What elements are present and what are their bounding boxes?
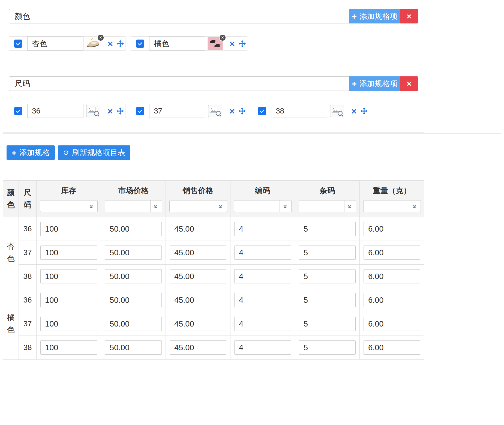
sale-price-input[interactable] bbox=[170, 246, 226, 260]
code-input[interactable] bbox=[234, 340, 291, 355]
barcode-input[interactable] bbox=[299, 222, 356, 236]
market-price-input[interactable] bbox=[105, 246, 162, 260]
spec-group-name-input[interactable] bbox=[9, 9, 349, 23]
batch-input-weight[interactable] bbox=[363, 200, 409, 212]
weight-input[interactable] bbox=[364, 317, 420, 331]
column-header-code-label: 编码 bbox=[234, 185, 292, 196]
market-price-input[interactable] bbox=[105, 340, 162, 355]
move-item-icon[interactable] bbox=[238, 40, 246, 48]
spec-items-row: × × × bbox=[9, 36, 418, 51]
move-item-icon[interactable] bbox=[116, 40, 124, 48]
delete-spec-group-button[interactable]: × bbox=[400, 9, 418, 23]
market-price-input[interactable] bbox=[105, 269, 162, 283]
refresh-spec-table-button[interactable]: 刷新规格项目表 bbox=[58, 145, 130, 160]
delete-item-icon[interactable]: × bbox=[107, 39, 113, 48]
batch-fill-sale-price-button[interactable]: » bbox=[215, 200, 227, 212]
weight-input[interactable] bbox=[364, 340, 420, 355]
delete-item-icon[interactable]: × bbox=[229, 106, 235, 116]
barcode-input[interactable] bbox=[299, 269, 356, 283]
batch-input-stock[interactable] bbox=[40, 200, 86, 212]
market-price-input[interactable] bbox=[105, 222, 162, 236]
market-price-input[interactable] bbox=[105, 293, 162, 307]
check-icon bbox=[259, 108, 265, 114]
batch-input-sale-price[interactable] bbox=[169, 200, 215, 212]
barcode-input[interactable] bbox=[299, 293, 356, 307]
spec-item-value-input[interactable] bbox=[271, 104, 327, 118]
barcode-input[interactable] bbox=[299, 340, 356, 355]
code-input[interactable] bbox=[234, 317, 291, 331]
spec-item-value-input[interactable] bbox=[149, 104, 205, 118]
spec-items-row: × × bbox=[9, 104, 418, 118]
code-input[interactable] bbox=[234, 222, 291, 236]
weight-input[interactable] bbox=[364, 269, 420, 283]
delete-item-icon[interactable]: × bbox=[229, 39, 235, 48]
delete-item-icon[interactable]: × bbox=[107, 106, 113, 116]
code-input[interactable] bbox=[234, 293, 291, 307]
batch-input-code[interactable] bbox=[234, 200, 280, 212]
stock-input[interactable] bbox=[40, 222, 97, 236]
add-spec-button[interactable]: + 添加规格 bbox=[7, 145, 55, 160]
weight-input[interactable] bbox=[364, 246, 420, 260]
weight-input[interactable] bbox=[364, 222, 420, 236]
spec-item-value-input[interactable] bbox=[27, 104, 83, 118]
sale-price-input[interactable] bbox=[170, 293, 226, 307]
spec-item-checkbox[interactable] bbox=[258, 107, 266, 115]
batch-fill-code-button[interactable]: » bbox=[280, 200, 292, 212]
checkbox-cell bbox=[131, 104, 149, 118]
market-price-input[interactable] bbox=[105, 317, 162, 331]
delete-spec-group-button[interactable]: × bbox=[400, 76, 418, 91]
batch-input-barcode[interactable] bbox=[299, 200, 344, 212]
image-placeholder-icon[interactable] bbox=[86, 105, 101, 117]
spec-item-image[interactable]: × bbox=[208, 37, 223, 50]
sale-price-input[interactable] bbox=[170, 222, 226, 236]
table-row: 橘色 36 bbox=[3, 288, 424, 312]
barcode-input[interactable] bbox=[299, 317, 356, 331]
move-item-icon[interactable] bbox=[116, 107, 124, 115]
check-icon bbox=[137, 41, 143, 46]
table-row: 37 bbox=[3, 312, 424, 336]
spec-item-size-37: × bbox=[131, 104, 247, 118]
stock-input[interactable] bbox=[40, 269, 97, 283]
batch-input-market-price[interactable] bbox=[105, 200, 151, 212]
sale-price-input[interactable] bbox=[170, 269, 226, 283]
weight-input[interactable] bbox=[364, 293, 420, 307]
double-chevron-down-icon: » bbox=[88, 205, 95, 208]
spec-item-orange: × × bbox=[131, 36, 247, 51]
batch-fill-market-price-button[interactable]: » bbox=[151, 200, 162, 212]
stock-input[interactable] bbox=[40, 246, 97, 260]
batch-fill-weight-button[interactable]: » bbox=[409, 200, 421, 212]
move-item-icon[interactable] bbox=[238, 107, 246, 115]
delete-item-icon[interactable]: × bbox=[351, 106, 357, 116]
sale-price-input[interactable] bbox=[170, 317, 226, 331]
barcode-input[interactable] bbox=[299, 246, 356, 260]
batch-fill-stock-button[interactable]: » bbox=[86, 200, 98, 212]
sale-price-input[interactable] bbox=[170, 340, 226, 355]
stock-input[interactable] bbox=[40, 340, 97, 355]
spec-item-image[interactable]: × bbox=[86, 37, 101, 50]
stock-input[interactable] bbox=[40, 293, 97, 307]
add-spec-item-button[interactable]: + 添加规格项 bbox=[349, 9, 400, 23]
close-icon: × bbox=[407, 80, 412, 88]
image-placeholder-icon[interactable] bbox=[329, 105, 345, 117]
code-input[interactable] bbox=[234, 246, 291, 260]
stock-input[interactable] bbox=[40, 317, 97, 331]
add-spec-label: 添加规格 bbox=[19, 148, 50, 158]
code-input[interactable] bbox=[234, 269, 291, 283]
spec-item-checkbox[interactable] bbox=[136, 107, 144, 115]
spec-item-value-input[interactable] bbox=[27, 37, 83, 50]
remove-image-icon[interactable]: × bbox=[97, 34, 104, 41]
table-header-row: 颜色 尺码 库存 » 市场价格 » 销售价格 » 编码 » 条码 » bbox=[3, 181, 424, 217]
add-spec-item-button[interactable]: + 添加规格项 bbox=[349, 76, 400, 91]
spec-item-checkbox[interactable] bbox=[14, 107, 22, 115]
sku-table: 颜色 尺码 库存 » 市场价格 » 销售价格 » 编码 » 条码 » bbox=[3, 180, 424, 360]
spec-group-name-input[interactable] bbox=[9, 76, 349, 91]
spec-item-value-input[interactable] bbox=[149, 37, 205, 50]
batch-fill-barcode-button[interactable]: » bbox=[344, 200, 356, 212]
column-header-market-price: 市场价格 » bbox=[101, 181, 166, 217]
checkbox-cell bbox=[9, 104, 27, 118]
remove-image-icon[interactable]: × bbox=[219, 34, 226, 41]
image-placeholder-icon[interactable] bbox=[208, 105, 223, 117]
move-item-icon[interactable] bbox=[360, 107, 368, 115]
spec-item-checkbox[interactable] bbox=[14, 40, 22, 48]
spec-item-checkbox[interactable] bbox=[136, 40, 144, 48]
